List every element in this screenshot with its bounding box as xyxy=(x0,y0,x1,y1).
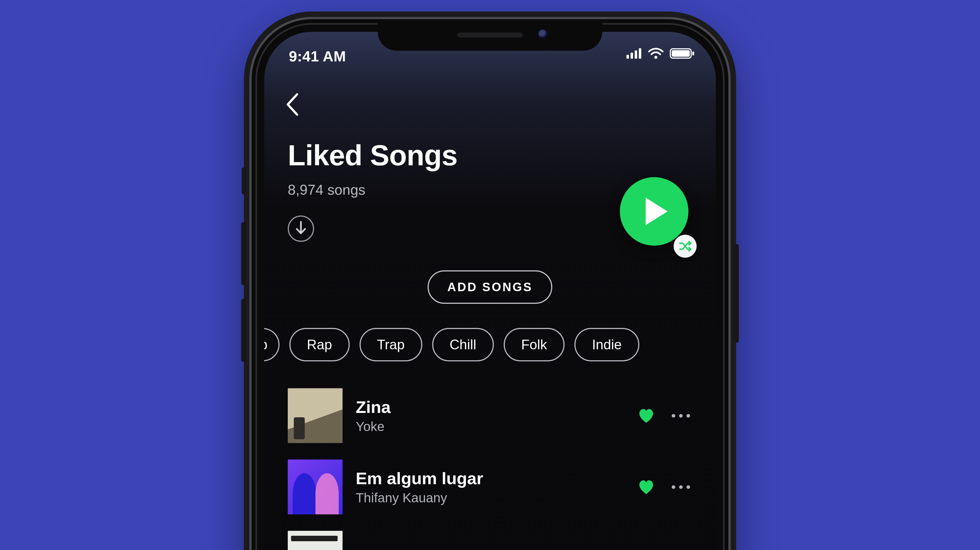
wifi-icon xyxy=(648,48,664,59)
svg-rect-1 xyxy=(631,53,633,59)
speaker-grille xyxy=(457,33,523,38)
song-list[interactable]: ZinaYokeEm algum lugarThifany KauanySabl… xyxy=(264,380,716,550)
song-meta: ZinaYoke xyxy=(356,397,623,434)
svg-rect-6 xyxy=(672,50,690,57)
filter-chip-indie[interactable]: Indie xyxy=(574,328,639,361)
song-title: Zina xyxy=(356,397,623,417)
song-row[interactable]: Sablier xyxy=(264,523,716,550)
front-camera xyxy=(538,30,547,39)
notch xyxy=(378,19,602,51)
album-art xyxy=(288,531,342,550)
album-art xyxy=(288,388,342,443)
play-button[interactable] xyxy=(620,177,689,246)
song-meta: Em algum lugarThifany Kauany xyxy=(356,469,623,505)
filter-chip-row[interactable]: pRapTrapChillFolkIndie xyxy=(264,328,716,361)
filter-chip-rap[interactable]: Rap xyxy=(290,328,350,361)
filter-chip-chill[interactable]: Chill xyxy=(432,328,494,361)
volume-up-button[interactable] xyxy=(241,222,246,285)
album-art xyxy=(288,459,342,514)
filter-chip-trap[interactable]: Trap xyxy=(360,328,422,361)
more-button[interactable] xyxy=(669,414,692,418)
status-time: 9:41 AM xyxy=(289,48,346,65)
volume-down-button[interactable] xyxy=(241,299,246,362)
filter-chip-folk[interactable]: Folk xyxy=(504,328,565,361)
svg-rect-0 xyxy=(627,55,629,59)
heart-icon xyxy=(636,406,656,426)
download-button[interactable] xyxy=(288,215,314,242)
song-row[interactable]: ZinaYoke xyxy=(264,380,716,451)
svg-rect-7 xyxy=(692,51,694,56)
like-button[interactable] xyxy=(636,477,656,497)
heart-icon xyxy=(636,548,656,550)
add-songs-button[interactable]: ADD SONGS xyxy=(428,270,552,304)
shuffle-badge[interactable] xyxy=(674,235,697,258)
shuffle-icon xyxy=(678,239,692,253)
svg-rect-3 xyxy=(639,48,641,59)
heart-icon xyxy=(636,477,656,497)
more-button[interactable] xyxy=(669,485,692,489)
play-icon xyxy=(643,196,670,226)
song-meta: Sablier xyxy=(356,548,623,550)
download-icon xyxy=(294,221,308,237)
like-button[interactable] xyxy=(636,406,656,426)
phone-frame: 9:41 AM Liked Songs 8,974 xyxy=(251,19,729,550)
song-row[interactable]: Em algum lugarThifany Kauany xyxy=(264,451,716,523)
song-artist: Yoke xyxy=(356,419,623,434)
svg-point-4 xyxy=(654,56,657,59)
song-title: Sablier xyxy=(356,548,623,550)
song-artist: Thifany Kauany xyxy=(356,490,623,505)
svg-rect-2 xyxy=(635,51,637,59)
mute-switch[interactable] xyxy=(242,167,246,194)
screen: 9:41 AM Liked Songs 8,974 xyxy=(264,32,716,550)
power-button[interactable] xyxy=(734,244,739,343)
back-button[interactable] xyxy=(283,92,308,117)
signal-icon xyxy=(627,48,642,59)
filter-chip-p[interactable]: p xyxy=(264,328,280,361)
like-button[interactable] xyxy=(636,548,656,550)
song-count: 8,974 songs xyxy=(288,182,365,198)
page-title: Liked Songs xyxy=(288,139,457,172)
chevron-left-icon xyxy=(283,92,302,117)
song-title: Em algum lugar xyxy=(356,469,623,488)
battery-icon xyxy=(670,48,694,59)
